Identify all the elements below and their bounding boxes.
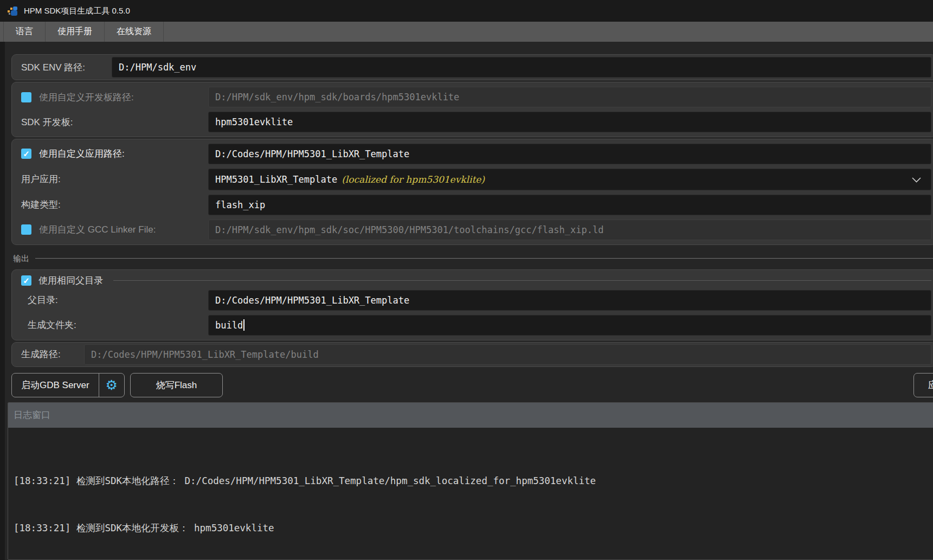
gdb-server-button[interactable]: 启动GDB Server ⚙ (11, 373, 125, 397)
sdk-env-panel: SDK ENV 路径: D:/HPM/sdk_env (11, 54, 933, 80)
user-app-label: 用户应用: (21, 173, 61, 185)
sdk-env-input[interactable]: D:/HPM/sdk_env (112, 57, 931, 78)
same-parent-title-row: ✓ 使用相同父目录 (16, 272, 931, 289)
action-bar: 启动GDB Server ⚙ 烧写Flash 应用 (11, 373, 933, 397)
build-folder-value: build (215, 320, 243, 331)
custom-board-checkbox[interactable] (21, 92, 31, 102)
user-app-value: HPM5301_LibXR_Template (215, 174, 337, 185)
custom-board-label: 使用自定义开发板路径: (39, 91, 134, 104)
custom-linker-label: 使用自定义 GCC Linker File: (39, 223, 156, 236)
gear-icon: ⚙ (105, 377, 117, 393)
custom-app-row: ✓ 使用自定义应用路径: D:/Codes/HPM/HPM5301_LibXR_… (16, 143, 931, 165)
same-parent-label: 使用相同父目录 (38, 274, 103, 287)
log-line: [18:33:21] 检测到SDK本地化开发板： hpm5301evklite (14, 520, 933, 536)
same-parent-checkbox[interactable]: ✓ (21, 275, 31, 286)
sdk-board-label: SDK 开发板: (21, 116, 73, 128)
build-type-input[interactable]: flash_xip (208, 195, 931, 215)
build-type-row: 构建类型: flash_xip (16, 194, 931, 216)
output-section-line (35, 258, 933, 259)
gen-path-label: 生成路径: (16, 348, 84, 361)
custom-app-path-input[interactable]: D:/Codes/HPM/HPM5301_LibXR_Template (208, 144, 931, 164)
user-app-row: 用户应用: HPM5301_LibXR_Template (localized … (16, 168, 931, 191)
gdb-settings-button[interactable]: ⚙ (99, 374, 124, 397)
custom-app-label: 使用自定义应用路径: (39, 147, 125, 160)
window-title: HPM SDK项目生成工具 0.5.0 (24, 6, 130, 16)
board-panel: 使用自定义开发板路径: D:/HPM/sdk_env/hpm_sdk/board… (11, 82, 933, 137)
build-type-label: 构建类型: (21, 198, 61, 211)
build-folder-label: 生成文件夹: (28, 319, 76, 331)
custom-linker-path-input: D:/HPM/sdk_env/hpm_sdk/soc/HPM5300/HPM53… (208, 220, 931, 240)
parent-groupbox: ✓ 使用相同父目录 父目录: D:/Codes/HPM/HPM5301_LibX… (11, 269, 933, 340)
gdb-server-button-label[interactable]: 启动GDB Server (12, 374, 99, 397)
app-icon (7, 5, 18, 17)
parent-dir-row: 父目录: D:/Codes/HPM/HPM5301_LibXR_Template (16, 289, 931, 311)
sdk-board-row: SDK 开发板: hpm5301evklite (16, 111, 931, 133)
log-line: [18:33:21] 检测到SDK本地化路径： D:/Codes/HPM/HPM… (14, 473, 933, 489)
custom-board-path-input: D:/HPM/sdk_env/hpm_sdk/boards/hpm5301evk… (208, 87, 931, 107)
log-output[interactable]: [18:33:21] 检测到SDK本地化路径： D:/Codes/HPM/HPM… (8, 428, 933, 559)
menu-manual[interactable]: 使用手册 (46, 22, 105, 42)
user-app-annotation: (localized for hpm5301evklite) (342, 174, 485, 185)
titlebar: HPM SDK项目生成工具 0.5.0 (0, 0, 933, 22)
gen-path-panel: 生成路径: D:/Codes/HPM/HPM5301_LibXR_Templat… (11, 342, 933, 367)
chevron-down-icon (912, 177, 921, 183)
menu-online-resources[interactable]: 在线资源 (105, 22, 164, 42)
log-panel: 日志窗口 [18:33:21] 检测到SDK本地化路径： D:/Codes/HP… (8, 402, 933, 560)
build-folder-row: 生成文件夹: build (16, 314, 931, 336)
output-section-label: 输出 (13, 254, 29, 264)
sdk-board-input[interactable]: hpm5301evklite (208, 112, 931, 132)
menu-language[interactable]: 语言 (3, 22, 46, 42)
text-caret (243, 319, 244, 331)
window-left-edge (0, 42, 5, 560)
output-section-divider: 输出 (13, 254, 933, 264)
log-header: 日志窗口 (8, 403, 933, 428)
log-title: 日志窗口 (14, 409, 50, 421)
gen-path-input: D:/Codes/HPM/HPM5301_LibXR_Template/buil… (84, 344, 931, 365)
sdk-env-label: SDK ENV 路径: (16, 61, 112, 74)
parent-dir-label: 父目录: (28, 294, 58, 306)
custom-app-checkbox[interactable]: ✓ (21, 149, 31, 159)
flash-button[interactable]: 烧写Flash (130, 373, 223, 397)
app-panel: ✓ 使用自定义应用路径: D:/Codes/HPM/HPM5301_LibXR_… (11, 139, 933, 245)
custom-linker-checkbox[interactable] (21, 224, 31, 235)
groupbox-title-line (113, 280, 931, 281)
check-icon: ✓ (23, 150, 30, 158)
check-icon: ✓ (23, 276, 30, 285)
menubar: 语言 使用手册 在线资源 (0, 22, 933, 42)
main-content: SDK ENV 路径: D:/HPM/sdk_env 使用自定义开发板路径: D… (0, 42, 933, 560)
user-app-combobox[interactable]: HPM5301_LibXR_Template (localized for hp… (208, 169, 931, 190)
apply-button[interactable]: 应用 (913, 373, 933, 397)
parent-dir-input[interactable]: D:/Codes/HPM/HPM5301_LibXR_Template (208, 290, 931, 311)
custom-linker-row: 使用自定义 GCC Linker File: D:/HPM/sdk_env/hp… (16, 219, 931, 241)
build-folder-input[interactable]: build (208, 315, 931, 336)
custom-board-row: 使用自定义开发板路径: D:/HPM/sdk_env/hpm_sdk/board… (16, 86, 931, 108)
